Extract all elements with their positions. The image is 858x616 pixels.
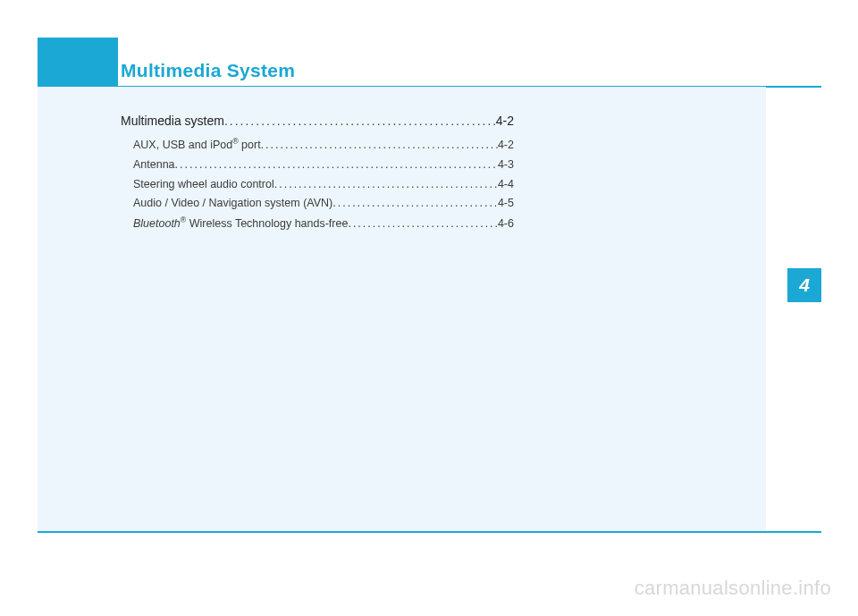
toc-item-page: 4-2: [498, 137, 514, 154]
toc-item-row: Steering wheel audio control 4-4: [121, 176, 514, 193]
toc-item-row: AUX, USB and iPod® port 4-2: [121, 136, 514, 154]
header-color-block: [38, 38, 118, 87]
toc-label-pre: AUX, USB and iPod: [133, 139, 232, 151]
toc-item-label: Audio / Video / Navigation system (AVN): [133, 195, 332, 212]
section-tab: 4: [787, 268, 821, 302]
toc-item-label: AUX, USB and iPod® port: [133, 136, 261, 154]
bottom-underline: [38, 531, 821, 533]
toc-heading-row: Multimedia system 4-2: [121, 112, 514, 131]
toc-label-pre: Audio / Video / Navigation system (AVN): [133, 197, 332, 209]
toc-item-label: Antenna: [133, 156, 175, 173]
toc-heading-page: 4-2: [496, 112, 514, 131]
toc-label-post: Wireless Technology hands-free: [186, 217, 348, 230]
toc-leader: [274, 176, 498, 193]
table-of-contents: Multimedia system 4-2 AUX, USB and iPod®…: [121, 112, 514, 235]
toc-item-label: Bluetooth® Wireless Technology hands-fre…: [133, 215, 348, 232]
toc-item-row: Antenna 4-3: [121, 156, 514, 173]
toc-item-label: Steering wheel audio control: [133, 176, 274, 193]
toc-item-page: 4-6: [498, 215, 514, 232]
toc-heading-label: Multimedia system: [121, 112, 224, 131]
toc-label-pre: Steering wheel audio control: [133, 178, 274, 190]
toc-item-row: Bluetooth® Wireless Technology hands-fre…: [121, 215, 514, 232]
toc-leader: [332, 195, 498, 212]
toc-label-italic: Bluetooth: [133, 217, 181, 230]
chapter-title: Multimedia System: [121, 60, 295, 81]
toc-item-page: 4-4: [498, 176, 514, 193]
toc-item-page: 4-3: [498, 156, 514, 173]
toc-leader: [261, 137, 498, 154]
watermark: carmanualsonline.info: [635, 577, 831, 600]
toc-leader: [175, 156, 498, 173]
toc-item-page: 4-5: [498, 195, 514, 212]
toc-leader: [348, 215, 498, 232]
toc-leader: [224, 112, 496, 131]
toc-label-pre: Antenna: [133, 158, 175, 171]
toc-item-row: Audio / Video / Navigation system (AVN) …: [121, 195, 514, 212]
section-number: 4: [799, 274, 810, 296]
manual-page: Multimedia System 4 Multimedia system 4-…: [0, 0, 858, 616]
toc-label-post: port: [239, 139, 261, 151]
